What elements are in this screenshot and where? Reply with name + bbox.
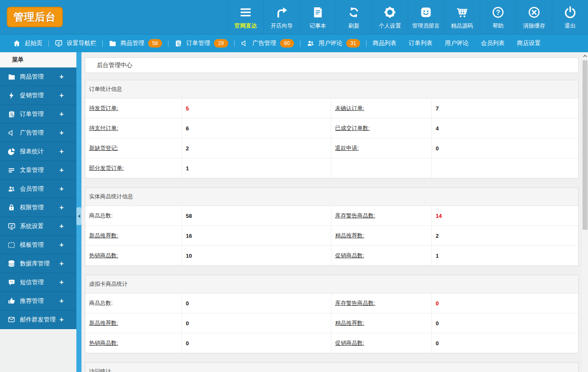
- sidebar-item-sms[interactable]: 短信管理+: [0, 273, 76, 292]
- expand-plus-icon[interactable]: +: [59, 203, 64, 212]
- stat-label[interactable]: 已成交订单数:: [331, 118, 432, 138]
- megaphone-icon: [241, 39, 249, 47]
- nav-link-shop-settings[interactable]: 商店设置: [517, 39, 540, 47]
- nav-item-label: 起始页: [25, 39, 42, 47]
- toolbar-item-help[interactable]: ?帮助: [480, 0, 516, 34]
- expand-plus-icon[interactable]: +: [59, 147, 64, 156]
- toolbar-item-store-wizard[interactable]: 开店向导: [263, 0, 300, 34]
- stat-label[interactable]: 精品推荐数:: [331, 313, 432, 333]
- users-icon: [306, 39, 315, 47]
- expand-plus-icon[interactable]: +: [59, 316, 64, 324]
- stat-label-link[interactable]: 待支付订单:: [89, 124, 118, 132]
- panel-0: 订单统计信息待发货订单:5未确认订单:7待支付订单:6已成交订单数:4新缺货登记…: [85, 80, 579, 178]
- sidebar-collapse-handle[interactable]: [76, 207, 81, 225]
- stat-label-link[interactable]: 库存警告商品数:: [335, 299, 375, 307]
- toolbar-item-label: 管理员留言: [412, 22, 440, 30]
- stat-label-link[interactable]: 新品推荐数:: [89, 319, 118, 327]
- stat-label-link[interactable]: 待发货订单:: [89, 104, 118, 112]
- scrollbar-up-arrow[interactable]: [582, 52, 588, 59]
- sidebar-item-goods[interactable]: 商品管理+: [0, 68, 76, 86]
- scrollbar-thumb[interactable]: [582, 60, 588, 230]
- expand-plus-icon[interactable]: +: [59, 222, 64, 231]
- sidebar-item-articles[interactable]: 文章管理+: [0, 161, 76, 180]
- stat-label-link[interactable]: 已成交订单数:: [335, 124, 370, 132]
- stat-label[interactable]: 待发货订单:: [85, 99, 182, 118]
- nav-link-goods-list[interactable]: 商品列表: [372, 39, 396, 47]
- nav-link-user-comments-link[interactable]: 用户评论: [445, 39, 468, 47]
- nav-item-order-management[interactable]: 订单管理29: [174, 39, 228, 48]
- stat-label[interactable]: 待支付订单:: [85, 118, 182, 138]
- stat-label-link[interactable]: 新缺货登记:: [89, 144, 118, 152]
- stat-label[interactable]: 新缺货登记:: [85, 138, 182, 158]
- sidebar-item-promotion[interactable]: 促销管理+: [0, 86, 76, 105]
- stat-label[interactable]: 未确认订单:: [331, 99, 432, 118]
- sidebar-item-reports[interactable]: 报表统计+: [0, 142, 76, 161]
- toolbar-item-logout[interactable]: 退出: [552, 0, 588, 34]
- stat-label[interactable]: 热销商品数:: [85, 246, 182, 265]
- stat-value: [432, 158, 578, 178]
- stat-label[interactable]: 精品推荐数:: [331, 226, 432, 245]
- stat-label-link[interactable]: 新品推荐数:: [89, 232, 118, 240]
- toolbar-item-official-site[interactable]: 官网直达: [227, 0, 263, 34]
- sidebar-item-orders[interactable]: 订单管理+: [0, 105, 76, 124]
- clear-cache-icon: [527, 5, 541, 20]
- mail-icon: [7, 316, 16, 323]
- megaphone-icon: [7, 129, 16, 137]
- nav-link-member-list[interactable]: 会员列表: [481, 39, 504, 47]
- stat-value: 7: [432, 99, 578, 118]
- nav-item-label: 订单管理: [186, 39, 210, 47]
- stat-label[interactable]: 热销商品数:: [85, 333, 182, 353]
- stat-label-link[interactable]: 部分发货订单:: [89, 164, 124, 172]
- toolbar-item-personal-settings[interactable]: 个人设置: [372, 0, 408, 34]
- expand-plus-icon[interactable]: +: [59, 259, 64, 268]
- expand-plus-icon[interactable]: +: [59, 278, 64, 287]
- stat-label-link[interactable]: 精品推荐数:: [335, 232, 364, 240]
- expand-plus-icon[interactable]: +: [59, 297, 64, 305]
- stat-label[interactable]: 退款申请:: [331, 138, 432, 158]
- sidebar-item-permissions[interactable]: 权限管理+: [0, 198, 76, 217]
- stat-label[interactable]: 新品推荐数:: [85, 226, 182, 245]
- stat-label-link[interactable]: 精品推荐数:: [335, 319, 364, 327]
- sidebar-item-system[interactable]: 系统设置+: [0, 217, 76, 236]
- article-icon: [7, 166, 16, 174]
- toolbar-item-label: 开店向导: [271, 22, 293, 30]
- nav-item-nav-settings[interactable]: 设置导航栏: [55, 39, 96, 47]
- stat-label[interactable]: 新品推荐数:: [85, 313, 182, 333]
- expand-plus-icon[interactable]: +: [59, 91, 64, 100]
- expand-plus-icon[interactable]: +: [59, 129, 64, 137]
- stat-label[interactable]: 部分发货订单:: [85, 158, 182, 178]
- toolbar-item-premium-source[interactable]: 精品源码: [444, 0, 480, 34]
- stat-label-link[interactable]: 促销商品数:: [335, 252, 364, 259]
- toolbar-item-clear-cache[interactable]: 清除缓存: [516, 0, 552, 34]
- expand-plus-icon[interactable]: +: [59, 185, 64, 193]
- sidebar-item-mail[interactable]: 邮件群发管理+: [0, 310, 76, 329]
- expand-plus-icon[interactable]: +: [59, 241, 64, 249]
- expand-plus-icon[interactable]: +: [59, 73, 64, 81]
- stat-label-link[interactable]: 促销商品数:: [335, 339, 364, 347]
- stat-label[interactable]: 库存警告商品数:: [331, 206, 432, 225]
- nav-item-user-comments[interactable]: 用户评论31: [306, 39, 360, 48]
- nav-item-home[interactable]: 起始页: [13, 39, 42, 47]
- toolbar-item-notepad[interactable]: 记事本: [300, 0, 336, 34]
- nav-link-order-list[interactable]: 订单列表: [409, 39, 432, 47]
- sidebar-item-ads[interactable]: 广告管理+: [0, 124, 76, 142]
- toolbar-item-admin-messages[interactable]: 管理员留言: [408, 0, 444, 34]
- sidebar-item-templates[interactable]: 模板管理+: [0, 236, 76, 254]
- stat-label-link[interactable]: 热销商品数:: [89, 339, 118, 347]
- stat-label-link[interactable]: 热销商品数:: [89, 252, 118, 259]
- stat-label-link[interactable]: 未确认订单:: [335, 104, 364, 112]
- expand-plus-icon[interactable]: +: [59, 166, 64, 175]
- toolbar-item-refresh[interactable]: 刷新: [336, 0, 372, 34]
- sidebar-item-database[interactable]: 数据库管理+: [0, 254, 76, 273]
- stat-label[interactable]: 促销商品数:: [331, 246, 432, 265]
- expand-plus-icon[interactable]: +: [59, 110, 64, 118]
- stat-label[interactable]: 库存警告商品数:: [331, 293, 432, 313]
- app-logo[interactable]: 管理后台: [7, 7, 63, 27]
- sidebar-item-recommend[interactable]: 推荐管理+: [0, 292, 76, 310]
- stat-label-link[interactable]: 退款申请:: [335, 144, 359, 152]
- stat-label-link[interactable]: 库存警告商品数:: [335, 212, 375, 220]
- stat-label[interactable]: 促销商品数:: [331, 333, 432, 353]
- sidebar-item-members[interactable]: 会员管理+: [0, 180, 76, 198]
- nav-item-goods-management[interactable]: 商品管理58: [109, 39, 162, 48]
- nav-item-ad-management[interactable]: 广告管理60: [241, 39, 294, 48]
